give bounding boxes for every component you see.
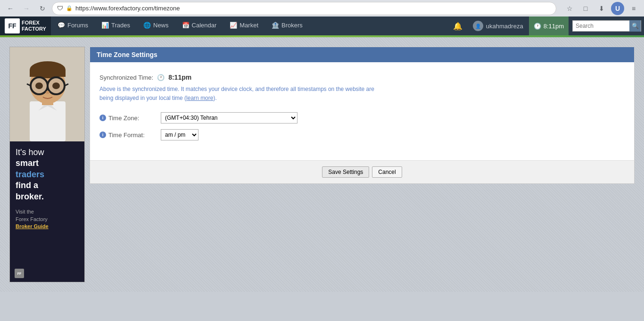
ad-text: It's how smart traders find a broker. Vi… [10, 141, 84, 235]
clock-icon: 🕐 [534, 23, 541, 30]
nav-trades[interactable]: 📊 Trades [95, 16, 137, 35]
settings-title: Time Zone Settings [97, 51, 157, 58]
pocket-button[interactable]: □ [579, 2, 592, 15]
settings-footer: Save Settings Cancel [90, 160, 634, 183]
lock-icon: 🔒 [66, 5, 73, 11]
timeformat-info-icon[interactable]: i [99, 132, 106, 138]
nav-items: 💬 Forums 📊 Trades 🌐 News 📅 Calendar 📈 Ma… [51, 16, 309, 35]
sync-time-value: 8:11pm [168, 74, 191, 81]
news-icon: 🌐 [143, 22, 151, 29]
timezone-label: i Time Zone: [99, 115, 161, 122]
sync-time-row: Synchronized Time: 🕐 8:11pm [99, 74, 625, 81]
brokers-icon: 🏦 [272, 22, 279, 29]
sync-time-label: Synchronized Time: [99, 74, 153, 81]
nav-forums[interactable]: 💬 Forums [51, 16, 95, 35]
timezone-row: i Time Zone: (GMT+04:30) Tehran [99, 112, 625, 123]
back-button[interactable]: ← [4, 2, 17, 15]
search-box[interactable]: 🔍 [572, 20, 641, 32]
bookmark-button[interactable]: ☆ [563, 2, 576, 15]
forward-button[interactable]: → [20, 2, 33, 15]
settings-panel: Time Zone Settings Synchronized Time: 🕐 … [90, 47, 635, 184]
ad-logo-bottom: FF [15, 269, 24, 278]
ad-illustration [10, 47, 85, 141]
svg-point-14 [52, 82, 60, 89]
page-content: X [5, 42, 639, 287]
svg-rect-2 [30, 101, 66, 141]
current-time: 🕐 8:11pm [529, 16, 569, 35]
username: ukahmadreza [486, 23, 523, 30]
user-account-button[interactable]: U [611, 2, 624, 15]
ad-broker-link[interactable]: Broker Guide [16, 223, 79, 229]
timeformat-label: i Time Format: [99, 132, 161, 139]
page-outer: X [0, 37, 644, 292]
ad-box: X [9, 47, 85, 282]
sync-description: Above is the synchronized time. It match… [99, 85, 382, 103]
reload-button[interactable]: ↻ [36, 2, 49, 15]
nav-market[interactable]: 📈 Market [223, 16, 265, 35]
trades-icon: 📊 [101, 22, 109, 29]
search-input[interactable] [573, 23, 629, 29]
ad-headline: It's how smart traders find a broker. [16, 147, 79, 202]
settings-header: Time Zone Settings [90, 47, 634, 62]
svg-point-15 [46, 91, 50, 94]
shield-icon: 🛡 [57, 5, 63, 12]
main-content: Time Zone Settings Synchronized Time: 🕐 … [90, 47, 635, 282]
timezone-select[interactable]: (GMT+04:30) Tehran [161, 112, 297, 123]
nav-right: 🔔 👤 ukahmadreza 🕐 8:11pm 🔍 [448, 16, 644, 35]
svg-rect-7 [30, 70, 66, 77]
calendar-icon: 📅 [182, 22, 190, 29]
market-icon: 📈 [230, 22, 237, 29]
logo-area: FF FOREX FACTORY [0, 16, 51, 35]
browser-titlebar: ← → ↻ 🛡 🔒 https://www.forexfactory.com/t… [0, 0, 644, 16]
ad-subtext: Visit theForex Factory [16, 208, 79, 223]
nav-brokers[interactable]: 🏦 Brokers [265, 16, 309, 35]
download-button[interactable]: ⬇ [595, 2, 608, 15]
avatar: 👤 [473, 21, 483, 31]
logo-text: FOREX FACTORY [22, 20, 46, 32]
browser-chrome: ← → ↻ 🛡 🔒 https://www.forexfactory.com/t… [0, 0, 644, 16]
ad-sidebar: X [9, 47, 85, 282]
site-nav: FF FOREX FACTORY 💬 Forums 📊 Trades 🌐 New… [0, 16, 644, 35]
user-menu[interactable]: 👤 ukahmadreza [468, 21, 528, 31]
nav-news[interactable]: 🌐 News [137, 16, 175, 35]
url-text: https://www.forexfactory.com/timezone [75, 5, 180, 12]
nav-calendar[interactable]: 📅 Calendar [175, 16, 223, 35]
settings-body: Synchronized Time: 🕐 8:11pm Above is the… [90, 62, 634, 160]
search-button[interactable]: 🔍 [629, 20, 641, 32]
menu-button[interactable]: ≡ [627, 2, 640, 15]
forums-icon: 💬 [58, 22, 65, 29]
browser-actions: ☆ □ ⬇ U ≡ [563, 2, 640, 15]
address-bar[interactable]: 🛡 🔒 https://www.forexfactory.com/timezon… [52, 2, 556, 15]
ad-logo-small-icon: FF [15, 269, 24, 278]
learn-more-link[interactable]: learn more [186, 95, 213, 101]
cancel-button[interactable]: Cancel [372, 166, 402, 178]
save-settings-button[interactable]: Save Settings [322, 166, 369, 178]
svg-point-13 [35, 82, 43, 89]
logo[interactable]: FF FOREX FACTORY [5, 18, 46, 33]
ad-image [10, 47, 85, 141]
sync-clock-icon: 🕐 [157, 74, 165, 81]
timezone-info-icon[interactable]: i [99, 115, 106, 121]
notifications-bell[interactable]: 🔔 [448, 22, 467, 31]
timeformat-row: i Time Format: am / pm 24 hour [99, 129, 625, 140]
timeformat-select[interactable]: am / pm 24 hour [161, 129, 198, 140]
logo-icon: FF [5, 18, 20, 33]
